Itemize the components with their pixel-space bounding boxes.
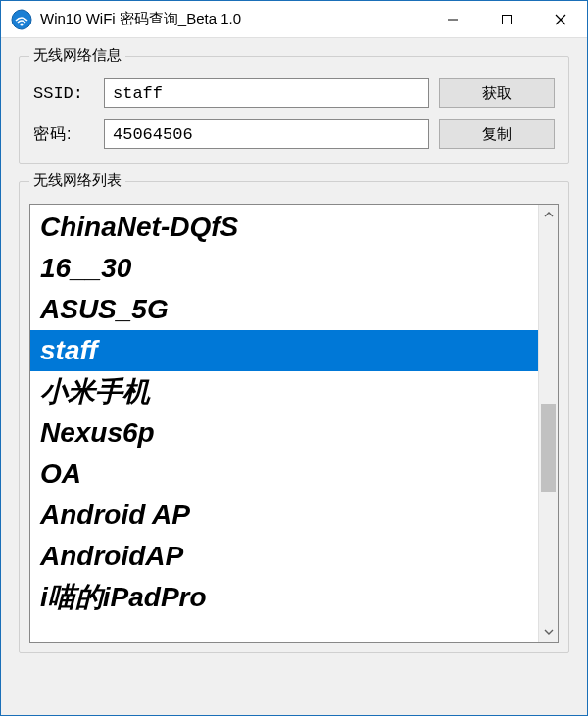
svg-point-0 [12, 10, 31, 29]
ssid-row: SSID: 获取 [33, 78, 555, 108]
scroll-track[interactable] [539, 224, 558, 622]
list-item[interactable]: ChinaNet-DQfS [30, 207, 538, 248]
close-button[interactable] [533, 1, 587, 37]
fetch-button[interactable]: 获取 [439, 78, 555, 108]
network-list-title: 无线网络列表 [29, 171, 125, 190]
app-icon [11, 9, 32, 30]
vertical-scrollbar[interactable] [538, 205, 558, 642]
list-item[interactable]: AndroidAP [30, 536, 538, 577]
svg-rect-3 [502, 15, 511, 24]
password-label: 密码: [33, 124, 94, 145]
titlebar: Win10 WiFi 密码查询_Beta 1.0 [1, 1, 587, 38]
network-listbox-wrapper: ChinaNet-DQfS16__30ASUS_5Gstaff小米手机Nexus… [29, 204, 559, 643]
svg-point-1 [20, 23, 23, 25]
scroll-up-button[interactable] [539, 205, 558, 224]
scroll-thumb[interactable] [541, 404, 556, 492]
list-item[interactable]: OA [30, 453, 538, 495]
window-controls [425, 1, 587, 37]
app-window: Win10 WiFi 密码查询_Beta 1.0 无线网络信息 SSID: 获取… [0, 0, 588, 716]
list-item[interactable]: ASUS_5G [30, 289, 538, 330]
list-item[interactable]: i喵的iPadPro [30, 577, 538, 618]
window-title: Win10 WiFi 密码查询_Beta 1.0 [40, 10, 425, 28]
ssid-label: SSID: [33, 84, 94, 103]
network-info-title: 无线网络信息 [29, 46, 125, 65]
network-listbox[interactable]: ChinaNet-DQfS16__30ASUS_5Gstaff小米手机Nexus… [30, 205, 538, 642]
maximize-button[interactable] [479, 1, 533, 37]
list-item[interactable]: 16__30 [30, 248, 538, 289]
network-list-group: 无线网络列表 ChinaNet-DQfS16__30ASUS_5Gstaff小米… [19, 181, 569, 653]
password-input[interactable] [104, 119, 429, 149]
network-info-group: 无线网络信息 SSID: 获取 密码: 复制 [19, 56, 569, 164]
scroll-down-button[interactable] [539, 622, 558, 642]
copy-button[interactable]: 复制 [439, 119, 555, 149]
password-row: 密码: 复制 [33, 119, 555, 149]
list-item[interactable]: 小米手机 [30, 371, 538, 412]
minimize-button[interactable] [425, 1, 479, 37]
list-item[interactable]: staff [30, 330, 538, 371]
list-item[interactable]: Android AP [30, 495, 538, 536]
list-item[interactable]: Nexus6p [30, 412, 538, 453]
ssid-input[interactable] [104, 78, 429, 108]
client-area: 无线网络信息 SSID: 获取 密码: 复制 无线网络列表 ChinaNet-D… [1, 38, 587, 671]
